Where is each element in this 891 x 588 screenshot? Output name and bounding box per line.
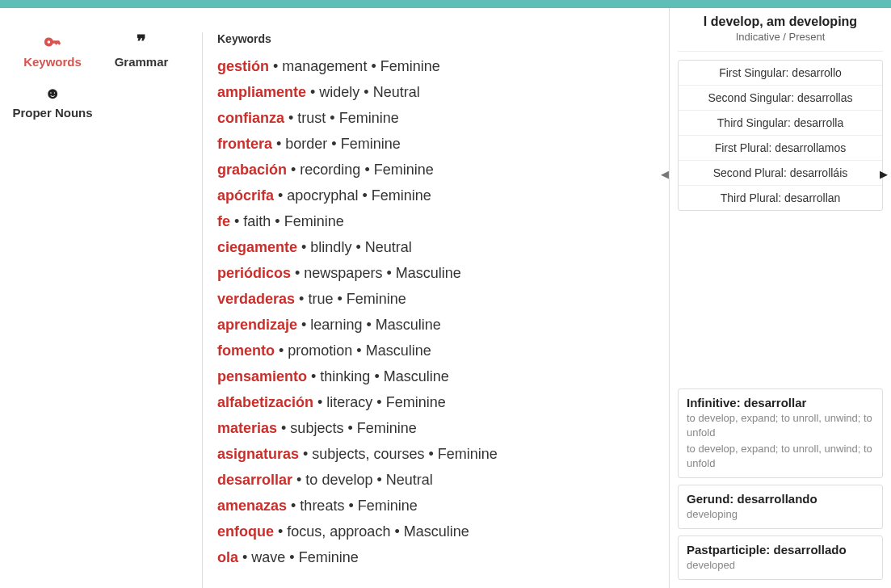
keyword-row[interactable]: ola • wave • Feminine (217, 544, 661, 570)
keyword-meta: • literacy • Feminine (313, 394, 446, 410)
content-title: Keywords (217, 32, 661, 45)
conjugation-subtitle: Indicative / Present (678, 31, 883, 52)
key-icon (8, 32, 97, 52)
conjugation-row[interactable]: Second Singular: desarrollas (679, 86, 882, 111)
keyword-meta: • to develop • Neutral (292, 472, 433, 488)
keyword-word: gestión (217, 58, 269, 74)
keyword-word: grabación (217, 162, 287, 178)
keyword-meta: • faith • Feminine (230, 213, 344, 229)
keyword-row[interactable]: desarrollar • to develop • Neutral (217, 467, 661, 493)
keyword-row[interactable]: materias • subjects • Feminine (217, 415, 661, 441)
keyword-word: confianza (217, 110, 284, 126)
keyword-word: aprendizaje (217, 317, 297, 333)
main-area: Keywords ❞ Grammar ☻ Proper Nouns Keywor… (0, 8, 891, 588)
keyword-meta: • subjects • Feminine (277, 420, 417, 436)
keyword-meta: • thinking • Masculine (307, 368, 449, 384)
keyword-meta: • subjects, courses • Feminine (299, 446, 498, 462)
nav-keywords[interactable]: Keywords (8, 32, 97, 69)
nav-grammar[interactable]: ❞ Grammar (97, 32, 186, 69)
keyword-meta: • wave • Feminine (238, 549, 359, 565)
conjugation-row[interactable]: First Singular: desarrollo (679, 61, 882, 86)
keyword-meta: • threats • Feminine (287, 498, 418, 514)
keyword-word: frontera (217, 136, 272, 152)
keyword-word: desarrollar (217, 472, 292, 488)
keyword-word: pensamiento (217, 368, 307, 384)
conjugation-row[interactable]: Third Singular: desarrolla (679, 111, 882, 136)
keyword-meta: • learning • Masculine (297, 317, 441, 333)
keyword-word: materias (217, 420, 277, 436)
quote-icon: ❞ (97, 32, 186, 52)
keyword-row[interactable]: apócrifa • apocryphal • Feminine (217, 183, 661, 208)
keyword-word: enfoque (217, 523, 274, 540)
gerund-desc: developing (687, 507, 874, 522)
keyword-word: fomento (217, 342, 275, 359)
gerund-card[interactable]: Gerund: desarrollando developing (678, 485, 883, 529)
spacer (678, 211, 883, 382)
infinitive-desc2: to develop, expand; to unroll, unwind; t… (687, 442, 874, 471)
gerund-title: Gerund: desarrollando (687, 492, 874, 506)
keyword-word: ola (217, 549, 238, 565)
prev-arrow[interactable]: ◀ (661, 168, 669, 180)
keyword-row[interactable]: confianza • trust • Feminine (217, 105, 661, 131)
keyword-word: amenazas (217, 498, 287, 514)
nav-proper-nouns-label: Proper Nouns (8, 106, 97, 120)
keyword-word: apócrifa (217, 187, 274, 204)
keyword-row[interactable]: gestión • management • Feminine (217, 53, 661, 79)
keyword-row[interactable]: periódicos • newspapers • Masculine (217, 260, 661, 286)
left-panel: Keywords ❞ Grammar ☻ Proper Nouns Keywor… (0, 8, 669, 588)
next-arrow[interactable]: ▶ (880, 168, 888, 180)
keyword-meta: • border • Feminine (272, 136, 401, 152)
top-accent-bar (0, 0, 891, 8)
keyword-word: verdaderas (217, 291, 295, 307)
keyword-row[interactable]: alfabetización • literacy • Feminine (217, 389, 661, 415)
right-panel: I develop, am developing Indicative / Pr… (669, 8, 891, 588)
keyword-row[interactable]: ampliamente • widely • Neutral (217, 79, 661, 105)
conjugation-title: I develop, am developing (678, 15, 883, 29)
pastparticiple-title: Pastparticiple: desarrollado (687, 543, 874, 556)
content-pane: Keywords gestión • management • Feminine… (202, 32, 669, 588)
infinitive-desc1: to develop, expand; to unroll, unwind; t… (687, 411, 874, 440)
keyword-row[interactable]: ciegamente • blindly • Neutral (217, 234, 661, 260)
infinitive-card[interactable]: Infinitive: desarrollar to develop, expa… (678, 388, 883, 478)
keyword-row[interactable]: grabación • recording • Feminine (217, 157, 661, 183)
keyword-word: asignaturas (217, 446, 299, 462)
keyword-meta: • blindly • Neutral (297, 239, 412, 255)
keyword-meta: • management • Feminine (269, 58, 440, 74)
keyword-meta: • widely • Neutral (306, 84, 420, 100)
nav-proper-nouns[interactable]: ☻ Proper Nouns (8, 83, 97, 120)
nav-keywords-label: Keywords (8, 55, 97, 69)
keyword-row[interactable]: frontera • border • Feminine (217, 131, 661, 157)
conjugation-row[interactable]: Second Plural: desarrolláis (679, 161, 882, 186)
keyword-row[interactable]: fe • faith • Feminine (217, 208, 661, 234)
smile-icon: ☻ (8, 83, 97, 103)
keyword-meta: • true • Feminine (295, 291, 406, 307)
keyword-word: alfabetización (217, 394, 313, 410)
infinitive-title: Infinitive: desarrollar (687, 396, 874, 410)
keyword-row[interactable]: pensamiento • thinking • Masculine (217, 363, 661, 389)
keyword-word: ampliamente (217, 84, 306, 100)
keyword-word: ciegamente (217, 239, 297, 255)
keyword-row[interactable]: aprendizaje • learning • Masculine (217, 312, 661, 338)
keyword-row[interactable]: amenazas • threats • Feminine (217, 493, 661, 519)
keyword-meta: • newspapers • Masculine (291, 265, 461, 281)
keyword-row[interactable]: asignaturas • subjects, courses • Femini… (217, 441, 661, 467)
nav-grammar-label: Grammar (97, 55, 186, 69)
keyword-word: fe (217, 213, 230, 229)
keyword-word: periódicos (217, 265, 291, 281)
keyword-meta: • promotion • Masculine (275, 342, 431, 359)
keyword-meta: • apocryphal • Feminine (274, 187, 431, 204)
pastparticiple-card[interactable]: Pastparticiple: desarrollado developed (678, 536, 883, 580)
nav-tabs: Keywords ❞ Grammar ☻ Proper Nouns (0, 32, 202, 588)
conjugation-row[interactable]: First Plural: desarrollamos (679, 136, 882, 161)
conjugation-row[interactable]: Third Plural: desarrollan (679, 186, 882, 210)
conjugation-table: First Singular: desarrolloSecond Singula… (678, 60, 883, 211)
keyword-list: gestión • management • Feminineampliamen… (217, 53, 661, 570)
keyword-meta: • trust • Feminine (284, 110, 399, 126)
keyword-row[interactable]: verdaderas • true • Feminine (217, 286, 661, 312)
keyword-meta: • focus, approach • Masculine (274, 523, 469, 540)
keyword-meta: • recording • Feminine (287, 162, 434, 178)
keyword-row[interactable]: fomento • promotion • Masculine (217, 338, 661, 363)
pastparticiple-desc: developed (687, 558, 874, 573)
keyword-row[interactable]: enfoque • focus, approach • Masculine (217, 519, 661, 544)
